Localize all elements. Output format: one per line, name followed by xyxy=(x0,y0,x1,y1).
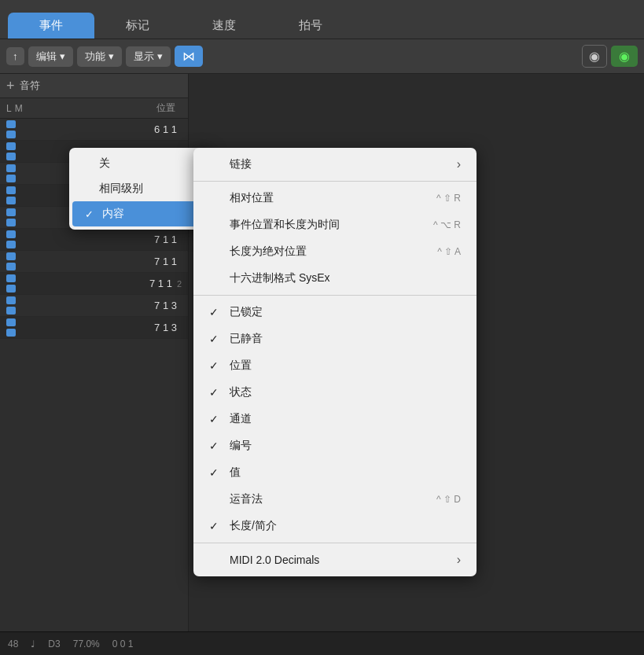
submenu-label: 位置 xyxy=(230,359,252,373)
section-header: + 音符 xyxy=(0,74,188,98)
submenu-label: 长度/简介 xyxy=(230,519,277,533)
check-icon: ✓ xyxy=(209,520,225,532)
check-icon: ✓ xyxy=(209,306,225,318)
submenu-label: 值 xyxy=(230,465,241,480)
submenu-label: 长度为绝对位置 xyxy=(230,245,307,259)
tab-tempo[interactable]: 速度 xyxy=(181,13,267,39)
main-area: + 音符 L M 位置 6 1 1 6 1 3 xyxy=(0,74,644,631)
lm-cell xyxy=(6,318,35,337)
submenu-label: 十六进制格式 SysEx xyxy=(230,271,330,285)
check-icon: ✓ xyxy=(209,440,225,452)
face-button[interactable]: ◉ xyxy=(582,45,607,68)
display-button[interactable]: 显示 ▾ xyxy=(126,46,171,67)
submenu-item-number[interactable]: ✓ 编号 xyxy=(193,432,477,459)
lm-cell xyxy=(6,274,35,293)
edit-dropdown: 关 相同级别 ✓ 内容 xyxy=(69,148,211,230)
table-row[interactable]: 7 1 1 xyxy=(0,229,188,251)
extra-cell: 2 xyxy=(177,279,182,289)
check-icon: ✓ xyxy=(209,413,225,425)
check-icon: ✓ xyxy=(209,386,225,399)
function-button[interactable]: 功能 ▾ xyxy=(77,46,122,67)
bottom-num: 48 xyxy=(8,638,18,649)
note-icon: ♩ xyxy=(31,638,35,649)
lm-cell xyxy=(6,142,35,161)
l-header: L xyxy=(6,103,12,114)
velocity: 77.0% xyxy=(73,638,100,649)
submenu-label: 状态 xyxy=(230,385,252,399)
table-row[interactable]: 7 1 3 xyxy=(0,317,188,339)
table-row[interactable]: 6 1 1 xyxy=(0,119,188,141)
lm-cell xyxy=(6,230,35,249)
shortcut: ^ ⇧ R xyxy=(436,193,461,204)
submenu-item-event-pos[interactable]: 事件位置和长度为时间 ^ ⌥ R xyxy=(193,212,477,238)
menu-item-off[interactable]: 关 xyxy=(69,151,211,176)
table-row[interactable]: 7 1 3 xyxy=(0,295,188,317)
submenu-item-muted[interactable]: ✓ 已静音 xyxy=(193,326,477,352)
submenu-divider-3 xyxy=(193,543,477,543)
content-submenu: 链接 相对位置 ^ ⇧ R 事件位置和长度为时间 ^ ⌥ R 长度为绝对位置 ^… xyxy=(193,148,477,576)
pos-cell: 7 1 3 xyxy=(35,300,182,311)
check-icon: ✓ xyxy=(209,333,225,345)
submenu-item-channel[interactable]: ✓ 通道 xyxy=(193,406,477,432)
submenu-item-midi20[interactable]: MIDI 2.0 Decimals xyxy=(193,546,477,573)
submenu-item-value[interactable]: ✓ 值 xyxy=(193,459,477,486)
lm-cell xyxy=(6,186,35,205)
submenu-item-length[interactable]: ✓ 长度/简介 xyxy=(193,513,477,539)
midi-button[interactable]: ⋈ xyxy=(175,46,203,67)
tab-bar: 事件 标记 速度 拍号 xyxy=(0,0,644,39)
shortcut: ^ ⇧ D xyxy=(436,494,461,505)
submenu-label: 已静音 xyxy=(230,332,263,346)
function-chevron-icon: ▾ xyxy=(109,50,114,62)
submenu-item-link[interactable]: 链接 xyxy=(193,151,477,178)
submenu-item-position[interactable]: ✓ 位置 xyxy=(193,352,477,379)
lm-cell xyxy=(6,296,35,315)
table-row[interactable]: 7 1 1 xyxy=(0,251,188,273)
menu-item-label: 相同级别 xyxy=(99,182,143,196)
menu-item-same-level[interactable]: 相同级别 xyxy=(69,176,211,201)
tab-time-sig[interactable]: 拍号 xyxy=(267,13,354,39)
check-icon: ✓ xyxy=(209,466,225,479)
menu-item-content[interactable]: ✓ 内容 xyxy=(72,201,208,226)
menu-item-label: 内容 xyxy=(102,207,124,221)
tab-markers[interactable]: 标记 xyxy=(94,13,181,39)
tab-events[interactable]: 事件 xyxy=(8,13,94,39)
add-note-button[interactable]: + xyxy=(6,79,15,93)
submenu-divider-1 xyxy=(193,181,477,182)
pos-cell: 7 1 3 xyxy=(35,322,182,333)
submenu-item-status[interactable]: ✓ 状态 xyxy=(193,379,477,406)
midi-icon: ⋈ xyxy=(182,49,195,64)
lm-header: L M xyxy=(6,103,35,114)
edit-label: 编辑 xyxy=(36,50,57,64)
submenu-label: 已锁定 xyxy=(230,305,263,319)
pos-header: 位置 xyxy=(35,101,182,115)
table-row[interactable]: 7 1 1 2 xyxy=(0,273,188,295)
submenu-item-hex-sysex[interactable]: 十六进制格式 SysEx xyxy=(193,265,477,292)
face-green-button[interactable]: ◉ xyxy=(611,46,638,67)
submenu-item-abs-pos[interactable]: 长度为绝对位置 ^ ⇧ A xyxy=(193,238,477,265)
submenu-item-articulation[interactable]: 运音法 ^ ⇧ D xyxy=(193,486,477,513)
display-chevron-icon: ▾ xyxy=(157,50,163,62)
submenu-label: 相对位置 xyxy=(230,191,274,205)
submenu-label: 链接 xyxy=(230,157,252,171)
pos-cell: 7 1 1 xyxy=(35,256,182,267)
face-green-icon: ◉ xyxy=(619,50,630,63)
lm-cell xyxy=(6,252,35,271)
note-name: D3 xyxy=(48,638,60,649)
lm-cell xyxy=(6,120,35,139)
function-label: 功能 xyxy=(85,50,105,64)
m-header: M xyxy=(15,103,23,114)
column-headers: L M 位置 xyxy=(0,98,188,119)
submenu-item-locked[interactable]: ✓ 已锁定 xyxy=(193,299,477,326)
lm-cell xyxy=(6,208,35,227)
edit-chevron-icon: ▾ xyxy=(60,50,65,62)
edit-button[interactable]: 编辑 ▾ xyxy=(28,46,73,67)
up-arrow-button[interactable]: ↑ xyxy=(6,47,24,65)
pos-cell: 6 1 1 xyxy=(35,123,182,135)
face-icon: ◉ xyxy=(589,50,600,63)
submenu-label: 运音法 xyxy=(230,492,263,506)
shortcut: ^ ⇧ A xyxy=(437,246,461,257)
lm-cell xyxy=(6,164,35,183)
extra: 0 0 1 xyxy=(112,638,134,649)
submenu-item-relative-pos[interactable]: 相对位置 ^ ⇧ R xyxy=(193,185,477,212)
menu-item-label: 关 xyxy=(99,156,110,171)
